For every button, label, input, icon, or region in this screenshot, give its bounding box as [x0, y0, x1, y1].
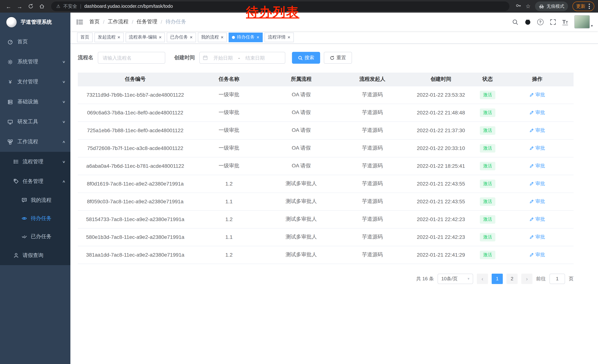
browser-menu-icon[interactable] — [588, 3, 590, 10]
reload-icon[interactable] — [26, 1, 36, 11]
incognito-icon — [539, 4, 544, 9]
task-name-cell: 一级审批 — [193, 139, 265, 157]
sidebar-item-leave-query[interactable]: 请假查询 — [0, 245, 70, 265]
status-cell: 激活 — [474, 86, 501, 104]
task-id-cell: 8f059c03-7ac8-11ec-a9e2-a2380e71991a — [78, 193, 193, 210]
user-menu[interactable]: ▾ — [574, 15, 593, 29]
user-avatar[interactable] — [574, 15, 590, 29]
breadcrumb-item[interactable]: 首页 — [89, 18, 100, 25]
page-size-select[interactable]: 10条/页 ▾ — [438, 274, 473, 284]
status-cell: 激活 — [474, 246, 501, 264]
status-badge: 激活 — [480, 144, 495, 152]
date-range-picker[interactable]: - — [199, 52, 285, 64]
process-cell: 测试多审批人 — [265, 210, 337, 228]
key-icon[interactable] — [515, 3, 521, 10]
end-date-input[interactable] — [241, 55, 269, 61]
eye-icon — [22, 216, 27, 221]
back-icon[interactable]: ← — [4, 1, 13, 11]
breadcrumb-item[interactable]: 工作流程 — [108, 18, 129, 25]
process-cell: OA 请假 — [265, 139, 337, 157]
home-icon[interactable] — [37, 1, 47, 11]
goto-page-input[interactable] — [549, 274, 565, 284]
approve-link[interactable]: 审批 — [530, 180, 545, 187]
task-id-cell: 58154733-7ac8-11ec-a9e2-a2380e71991a — [78, 210, 193, 228]
reset-button[interactable]: 重置 — [324, 52, 352, 64]
sidebar-item-label: 待办任务 — [31, 215, 65, 222]
fullscreen-icon[interactable] — [550, 19, 556, 25]
search-icon[interactable] — [512, 19, 518, 25]
sidebar-item-process-mgmt[interactable]: 流程管理 ∨ — [0, 152, 70, 171]
app-logo-row[interactable]: 芋道管理系统 — [0, 13, 70, 32]
forward-icon[interactable]: → — [15, 1, 25, 11]
sidebar-item-system[interactable]: 系统管理 ∨ — [0, 52, 70, 72]
table-row: 8f059c03-7ac8-11ec-a9e2-a2380e71991a 1.1… — [78, 193, 573, 210]
sidebar-item-workflow[interactable]: 工作流程 ∧ — [0, 132, 70, 152]
sidebar-item-infrastructure[interactable]: 基础设施 ∨ — [0, 92, 70, 112]
close-icon[interactable]: × — [257, 35, 259, 40]
bookmark-star-icon[interactable]: ☆ — [526, 3, 531, 10]
approve-link[interactable]: 审批 — [530, 251, 545, 258]
sidebar-item-todo-tasks[interactable]: 待办任务 — [0, 209, 70, 227]
created-cell: 2022-01-21 22:43:55 — [407, 193, 474, 210]
toolbar-right: ☆ 无痕模式 更新 — [514, 1, 594, 11]
approve-link[interactable]: 审批 — [530, 145, 545, 152]
breadcrumb-item[interactable]: 任务管理 — [137, 18, 158, 25]
close-icon[interactable]: × — [159, 35, 162, 40]
status-badge: 激活 — [480, 197, 495, 206]
approve-link[interactable]: 审批 — [530, 91, 545, 98]
sidebar-item-task-mgmt[interactable]: 任务管理 ∧ — [0, 171, 70, 191]
tab-todo-tasks-active[interactable]: 待办任务 × — [229, 32, 263, 42]
gear-icon — [8, 59, 13, 65]
sidebar-item-done-tasks[interactable]: 已办任务 — [0, 227, 70, 245]
font-size-icon[interactable]: TT — [562, 19, 568, 25]
page-button-1[interactable]: 1 — [492, 274, 503, 284]
sidebar-item-my-processes[interactable]: 我的流程 — [0, 191, 70, 209]
close-icon[interactable]: × — [288, 35, 290, 40]
dashboard-icon — [8, 39, 13, 45]
table-header: 任务编号 任务名称 所属流程 流程发起人 创建时间 状态 操作 — [78, 73, 573, 86]
sidebar-collapse-icon[interactable] — [70, 18, 89, 25]
search-button[interactable]: 搜索 — [292, 52, 320, 64]
approve-link[interactable]: 审批 — [530, 127, 545, 134]
help-icon[interactable]: ? — [537, 19, 543, 25]
approve-link[interactable]: 审批 — [530, 109, 545, 116]
sidebar-item-label: 研发工具 — [17, 119, 58, 125]
tab-my-processes[interactable]: 我的流程 × — [198, 32, 227, 42]
col-action: 操作 — [501, 73, 573, 86]
sidebar-item-devtools[interactable]: 研发工具 ∨ — [0, 112, 70, 132]
select-caret-icon: ▾ — [468, 277, 469, 281]
sidebar-item-home[interactable]: 首页 — [0, 32, 70, 52]
tab-done-tasks[interactable]: 已办任务 × — [167, 32, 196, 42]
tab-home[interactable]: 首页 — [77, 32, 93, 42]
status-badge: 激活 — [480, 233, 495, 241]
next-page-button[interactable]: › — [521, 274, 532, 284]
tab-process-detail[interactable]: 流程详情 × — [265, 32, 294, 42]
chevron-down-icon: ∨ — [62, 60, 66, 64]
status-badge: 激活 — [480, 90, 495, 99]
approve-link[interactable]: 审批 — [530, 162, 545, 169]
task-name-cell: 一级审批 — [193, 86, 265, 104]
update-button[interactable]: 更新 — [573, 1, 594, 11]
process-name-label: 流程名 — [78, 54, 93, 61]
start-date-input[interactable] — [209, 55, 237, 61]
list-icon — [13, 159, 19, 164]
status-cell: 激活 — [474, 139, 501, 157]
close-icon[interactable]: × — [221, 35, 224, 40]
sidebar-item-payment[interactable]: ¥ 支付管理 ∨ — [0, 72, 70, 92]
approve-link[interactable]: 审批 — [530, 216, 545, 223]
initiator-cell: 芋道源码 — [337, 121, 407, 139]
action-cell: 审批 — [501, 86, 573, 104]
close-icon[interactable]: × — [117, 35, 120, 40]
url-text: dashboard.yudao.iocoder.cn/bpm/task/todo — [84, 4, 173, 9]
approve-link[interactable]: 审批 — [530, 198, 545, 205]
github-icon[interactable] — [524, 19, 531, 25]
prev-page-button[interactable]: ‹ — [477, 274, 488, 284]
created-cell: 2022-01-22 23:53:32 — [407, 86, 474, 104]
tab-form-edit[interactable]: 流程表单-编辑 × — [125, 32, 165, 42]
close-icon[interactable]: × — [190, 35, 192, 40]
process-name-input[interactable] — [98, 52, 165, 64]
tab-start-process[interactable]: 发起流程 × — [94, 32, 124, 42]
approve-link[interactable]: 审批 — [530, 234, 545, 240]
page-button-2[interactable]: 2 — [507, 274, 518, 284]
created-cell: 2022-01-21 22:43:55 — [407, 175, 474, 193]
